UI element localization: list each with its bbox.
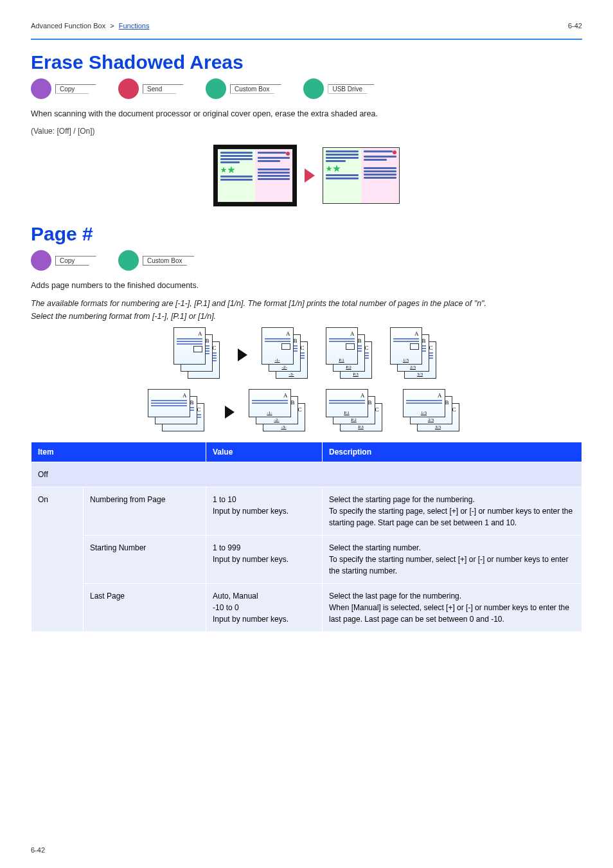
cell-value: 1 to 999 Input by number keys. <box>206 535 323 583</box>
dot-icon <box>206 78 226 99</box>
dot-icon <box>303 78 324 99</box>
breadcrumb-sep: > <box>110 22 114 30</box>
table-row: Last Page Auto, Manual -10 to 0 Input by… <box>31 583 582 631</box>
table-row: On Numbering from Page 1 to 10 Input by … <box>31 487 582 535</box>
section1-note: (Value: [Off] / [On]) <box>31 127 582 136</box>
badge-row-2: Copy Custom Box <box>31 250 582 271</box>
dot-icon <box>118 78 139 99</box>
section2-select: Select the numbering format from [-1-], … <box>31 312 582 321</box>
breadcrumb-link[interactable]: Functions <box>119 22 150 30</box>
arrow-right-icon <box>305 168 315 183</box>
section-title-page: Page # <box>31 223 582 245</box>
table-row: Off <box>31 462 582 487</box>
stack-fmt3-icon: C3/3 B2/3 A1/3 <box>390 327 440 383</box>
stack-row-portrait: C B A C-3- B-2- A-1- CP.3 BP.2 AP.1 C3/3… <box>31 327 582 383</box>
stack-fmt1-icon: C-3- B-2- A-1- <box>262 327 312 383</box>
badge-label: Custom Box <box>143 256 194 266</box>
arrow-right-icon <box>225 406 235 419</box>
section-title-erase: Erase Shadowed Areas <box>31 51 582 73</box>
arrow-right-icon <box>238 348 247 361</box>
cell-desc: Select the starting page for the numberi… <box>323 487 582 535</box>
stack-original-icon: C B A <box>148 389 211 435</box>
badge-send: Send <box>118 78 184 99</box>
badge-label: Copy <box>55 84 96 94</box>
badge-label: Custom Box <box>230 84 281 94</box>
stack-fmt1-icon: C-3- B-2- A-1- <box>249 389 312 435</box>
cell-desc: Select the starting number. To specify t… <box>323 535 582 583</box>
book-after-icon: ★★ <box>323 147 400 204</box>
book-before-icon: ★★ <box>213 145 297 206</box>
badge-label: Send <box>143 84 184 94</box>
page-ref-top: 6-42 <box>568 22 582 30</box>
cell-group: On <box>31 487 84 631</box>
figure-erase: ★★ ★★ <box>31 145 582 206</box>
dot-icon <box>31 78 51 99</box>
breadcrumb: Advanced Function Box > Functions <box>31 22 149 30</box>
badge-label: USB Drive <box>328 84 375 94</box>
dot-icon <box>118 250 139 271</box>
stack-row-landscape: C B A C-3- B-2- A-1- CP.3 BP.2 AP.1 C3/3… <box>31 389 582 435</box>
cell-value: 1 to 10 Input by number keys. <box>206 487 323 535</box>
section2-desc: Adds page numbers to the finished docume… <box>31 280 582 292</box>
badge-copy: Copy <box>31 78 96 99</box>
note-label: (Value: [Off] / [On]) <box>31 127 114 136</box>
badge-custom-box: Custom Box <box>206 78 281 99</box>
th-item: Item <box>31 442 206 462</box>
cell-value: Auto, Manual -10 to 0 Input by number ke… <box>206 583 323 631</box>
th-desc: Description <box>323 442 582 462</box>
breadcrumb-current: Advanced Function Box <box>31 22 105 30</box>
stack-original-icon: C B A <box>173 327 224 383</box>
badge-row-1: Copy Send Custom Box USB Drive <box>31 78 582 99</box>
cell-item: Numbering from Page <box>84 487 206 535</box>
badge-copy: Copy <box>31 250 96 271</box>
cell-item: Last Page <box>84 583 206 631</box>
table-row: Starting Number 1 to 999 Input by number… <box>31 535 582 583</box>
dot-icon <box>31 250 51 271</box>
stack-fmt3-icon: C3/3 B2/3 A1/3 <box>403 389 466 435</box>
badge-custom-box: Custom Box <box>118 250 194 271</box>
cell-desc: Select the last page for the numbering. … <box>323 583 582 631</box>
cell-off: Off <box>31 462 582 487</box>
badge-label: Copy <box>55 256 96 266</box>
stack-fmt2-icon: CP.3 BP.2 AP.1 <box>326 327 376 383</box>
options-table: Item Value Description Off On Numbering … <box>31 442 582 632</box>
section2-formats: The available formats for numbering are … <box>31 299 582 308</box>
stack-fmt2-icon: CP.3 BP.2 AP.1 <box>326 389 389 435</box>
cell-item: Starting Number <box>84 535 206 583</box>
page-ref-bottom: 6-42 <box>31 846 45 854</box>
badge-usb: USB Drive <box>303 78 375 99</box>
section1-desc: When scanning with the document processo… <box>31 108 582 120</box>
th-value: Value <box>206 442 323 462</box>
